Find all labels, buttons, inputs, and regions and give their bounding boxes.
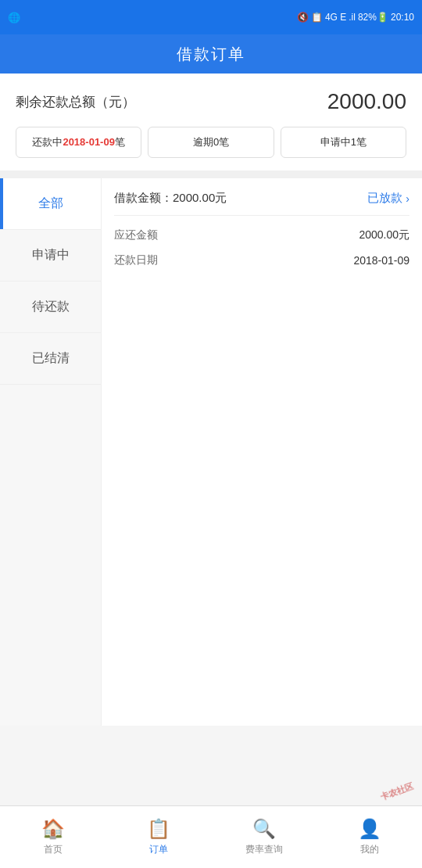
page-header: 借款订单 bbox=[0, 34, 422, 74]
sidebar-label-applying: 申请中 bbox=[32, 248, 70, 261]
loan-status[interactable]: 已放款 › bbox=[367, 191, 409, 206]
sidebar: 全部 申请中 待还款 已结清 bbox=[0, 178, 102, 726]
filter-repaying[interactable]: 还款中2018-01-09笔 bbox=[16, 127, 141, 158]
repaying-label: 还款中 bbox=[32, 136, 63, 148]
status-left: 🌐 bbox=[8, 12, 20, 23]
sim-icon: 📋 bbox=[311, 12, 323, 23]
battery-text: 82%🔋 bbox=[358, 12, 388, 23]
nav-item-orders[interactable]: 📋 订单 bbox=[106, 818, 211, 856]
loan-amount-title: 借款金额：2000.00元 bbox=[114, 191, 227, 206]
loan-card-header[interactable]: 借款金额：2000.00元 已放款 › bbox=[114, 191, 409, 216]
loan-status-text: 已放款 bbox=[367, 191, 402, 206]
sidebar-item-applying[interactable]: 申请中 bbox=[0, 230, 101, 282]
network-text: 4G E bbox=[325, 12, 346, 23]
nav-label-fee: 费率查询 bbox=[245, 843, 283, 856]
summary-label: 剩余还款总额（元） bbox=[16, 93, 135, 111]
time: 20:10 bbox=[391, 12, 414, 23]
status-bar: 🌐 🔇 📋 4G E .il 82%🔋 20:10 bbox=[0, 0, 422, 34]
section-divider bbox=[0, 170, 422, 178]
watermark: 卡农社区 bbox=[379, 780, 415, 803]
page-title: 借款订单 bbox=[177, 44, 245, 65]
summary-row: 剩余还款总额（元） 2000.00 bbox=[16, 89, 406, 114]
payable-label: 应还金额 bbox=[114, 228, 158, 242]
content-area: 借款金额：2000.00元 已放款 › 应还金额 2000.00元 还款日期 2… bbox=[102, 178, 422, 726]
sidebar-item-all[interactable]: 全部 bbox=[0, 178, 101, 230]
repaying-count: 笔 bbox=[115, 136, 125, 148]
loan-card: 借款金额：2000.00元 已放款 › 应还金额 2000.00元 还款日期 2… bbox=[102, 178, 422, 291]
fee-icon: 🔍 bbox=[252, 818, 276, 840]
nav-item-home[interactable]: 🏠 首页 bbox=[0, 818, 106, 856]
mute-icon: 🔇 bbox=[297, 12, 309, 23]
bottom-nav: 🏠 首页 📋 订单 🔍 费率查询 👤 我的 bbox=[0, 805, 422, 868]
summary-amount: 2000.00 bbox=[327, 89, 406, 114]
applying-label: 申请中1笔 bbox=[320, 136, 367, 148]
nav-label-profile: 我的 bbox=[360, 843, 379, 856]
home-icon: 🏠 bbox=[41, 818, 65, 840]
repay-date-value: 2018-01-09 bbox=[353, 254, 409, 267]
summary-section: 剩余还款总额（元） 2000.00 还款中2018-01-09笔 逾期0笔 申请… bbox=[0, 74, 422, 170]
nav-label-home: 首页 bbox=[44, 843, 63, 856]
app-icon: 🌐 bbox=[8, 12, 20, 23]
filter-row: 还款中2018-01-09笔 逾期0笔 申请中1笔 bbox=[16, 127, 406, 158]
sidebar-item-settled[interactable]: 已结清 bbox=[0, 333, 101, 385]
nav-label-orders: 订单 bbox=[149, 843, 168, 856]
overdue-label: 逾期0笔 bbox=[193, 136, 229, 148]
profile-icon: 👤 bbox=[358, 818, 381, 840]
filter-overdue[interactable]: 逾期0笔 bbox=[148, 127, 274, 158]
sidebar-label-settled: 已结清 bbox=[32, 351, 70, 364]
repay-date-label: 还款日期 bbox=[114, 253, 158, 267]
signal-icon: .il bbox=[349, 12, 356, 23]
payable-value: 2000.00元 bbox=[359, 228, 409, 242]
main-area: 全部 申请中 待还款 已结清 借款金额：2000.00元 已放款 › 应还金额 … bbox=[0, 178, 422, 726]
nav-item-profile[interactable]: 👤 我的 bbox=[316, 818, 422, 856]
filter-applying[interactable]: 申请中1笔 bbox=[281, 127, 406, 158]
sidebar-label-pending: 待还款 bbox=[32, 299, 70, 313]
sidebar-item-pending[interactable]: 待还款 bbox=[0, 282, 101, 333]
orders-icon: 📋 bbox=[147, 818, 170, 840]
loan-detail-date-row: 还款日期 2018-01-09 bbox=[114, 253, 409, 267]
nav-item-fee[interactable]: 🔍 费率查询 bbox=[211, 818, 316, 856]
repaying-date: 2018-01-09 bbox=[63, 136, 115, 148]
chevron-right-icon: › bbox=[406, 192, 409, 205]
sidebar-label-all: 全部 bbox=[38, 196, 63, 210]
loan-detail-amount-row: 应还金额 2000.00元 bbox=[114, 228, 409, 242]
status-right: 🔇 📋 4G E .il 82%🔋 20:10 bbox=[297, 12, 414, 23]
